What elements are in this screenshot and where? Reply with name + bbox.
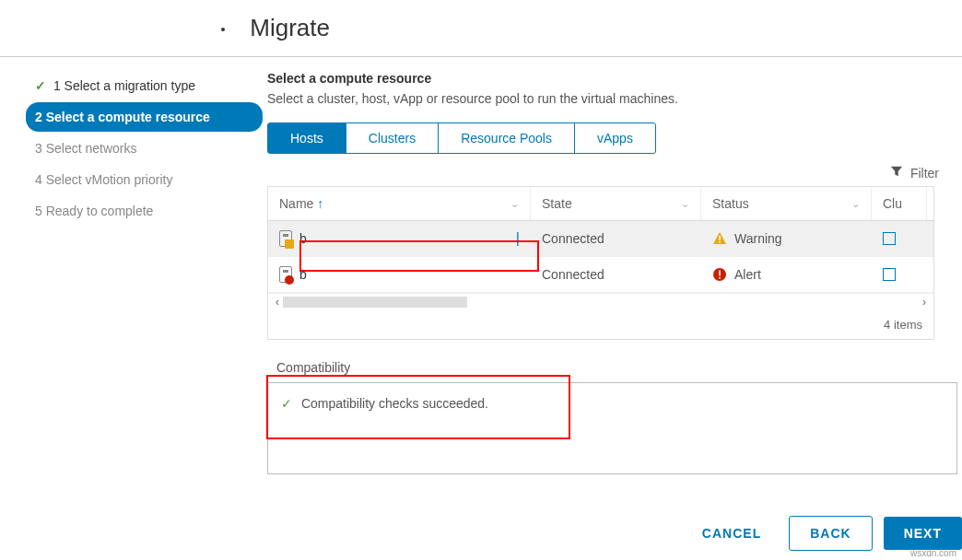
table-row[interactable]: b | Connected Warning bbox=[268, 221, 933, 257]
wizard-steps: ✓ 1 Select a migration type 2 Select a c… bbox=[0, 71, 267, 474]
row-name: b bbox=[299, 267, 307, 282]
title-text: Migrate bbox=[250, 14, 330, 41]
row-status: Warning bbox=[734, 231, 782, 246]
cluster-icon bbox=[883, 232, 896, 245]
hosts-table: Name↑ ⌄ State ⌄ Status ⌄ Clu bbox=[267, 186, 934, 340]
text-cursor: | bbox=[516, 230, 520, 247]
page-title: Migrate bbox=[0, 0, 962, 57]
horizontal-scrollbar[interactable]: ‹ › bbox=[268, 293, 933, 310]
content-heading: Select a compute resource bbox=[267, 71, 957, 86]
step-label: 2 Select a compute resource bbox=[35, 110, 210, 124]
step-4[interactable]: 4 Select vMotion priority bbox=[26, 165, 263, 194]
col-cluster[interactable]: Clu bbox=[872, 187, 927, 220]
svg-rect-1 bbox=[719, 241, 721, 243]
step-label: 4 Select vMotion priority bbox=[35, 172, 172, 187]
host-icon bbox=[279, 230, 292, 247]
chevron-down-icon[interactable]: ⌄ bbox=[851, 198, 860, 210]
col-status[interactable]: Status ⌄ bbox=[701, 187, 872, 220]
content-description: Select a cluster, host, vApp or resource… bbox=[267, 91, 957, 106]
table-row[interactable]: b Connected Alert bbox=[268, 257, 933, 293]
step-5[interactable]: 5 Ready to complete bbox=[26, 196, 263, 226]
step-label: 3 Select networks bbox=[35, 141, 137, 156]
compatibility-message: Compatibility checks succeeded. bbox=[301, 396, 488, 411]
compatibility-title: Compatibility bbox=[267, 356, 957, 382]
row-state: Connected bbox=[531, 257, 701, 292]
sort-asc-icon: ↑ bbox=[317, 196, 323, 211]
step-1[interactable]: ✓ 1 Select a migration type bbox=[26, 71, 263, 100]
chevron-down-icon[interactable]: ⌄ bbox=[681, 198, 689, 210]
row-state: Connected bbox=[531, 221, 701, 256]
step-2[interactable]: 2 Select a compute resource bbox=[26, 102, 263, 132]
next-button[interactable]: NEXT bbox=[884, 517, 962, 550]
svg-rect-4 bbox=[719, 277, 721, 279]
row-status: Alert bbox=[734, 267, 761, 282]
tab-resource-pools[interactable]: Resource Pools bbox=[439, 123, 575, 153]
cluster-icon bbox=[883, 268, 896, 281]
step-label: 5 Ready to complete bbox=[35, 204, 153, 218]
col-name[interactable]: Name↑ ⌄ bbox=[268, 187, 531, 220]
col-state[interactable]: State ⌄ bbox=[531, 187, 701, 220]
scroll-thumb[interactable] bbox=[283, 297, 467, 308]
tab-hosts[interactable]: Hosts bbox=[268, 123, 346, 153]
row-name: b bbox=[299, 231, 307, 246]
host-icon bbox=[279, 266, 292, 283]
scroll-left-icon[interactable]: ‹ bbox=[272, 296, 283, 309]
item-count: 4 items bbox=[268, 310, 933, 339]
check-icon: ✓ bbox=[281, 396, 292, 411]
warning-icon bbox=[712, 231, 727, 246]
resource-tabs: Hosts Clusters Resource Pools vApps bbox=[267, 122, 656, 154]
step-label: 1 Select a migration type bbox=[53, 78, 195, 93]
tab-clusters[interactable]: Clusters bbox=[346, 123, 439, 153]
cancel-button[interactable]: CANCEL bbox=[686, 517, 778, 550]
table-header: Name↑ ⌄ State ⌄ Status ⌄ Clu bbox=[268, 187, 933, 221]
filter-bar: Filter bbox=[267, 165, 957, 181]
dot-icon bbox=[221, 28, 225, 31]
back-button[interactable]: BACK bbox=[789, 516, 872, 551]
svg-rect-0 bbox=[719, 236, 721, 240]
scroll-right-icon[interactable]: › bbox=[919, 296, 930, 309]
step-3[interactable]: 3 Select networks bbox=[26, 134, 263, 163]
svg-rect-3 bbox=[719, 271, 721, 276]
compatibility-result: ✓ Compatibility checks succeeded. bbox=[267, 382, 957, 474]
filter-label[interactable]: Filter bbox=[910, 166, 939, 181]
compatibility-section: Compatibility ✓ Compatibility checks suc… bbox=[267, 356, 957, 474]
alert-icon bbox=[712, 267, 727, 282]
wizard-footer: CANCEL BACK NEXT bbox=[686, 516, 962, 551]
filter-icon[interactable] bbox=[890, 165, 903, 181]
tab-vapps[interactable]: vApps bbox=[575, 123, 655, 153]
watermark: wsxdn.com bbox=[910, 548, 956, 558]
chevron-down-icon[interactable]: ⌄ bbox=[510, 198, 519, 210]
check-icon: ✓ bbox=[35, 78, 46, 93]
